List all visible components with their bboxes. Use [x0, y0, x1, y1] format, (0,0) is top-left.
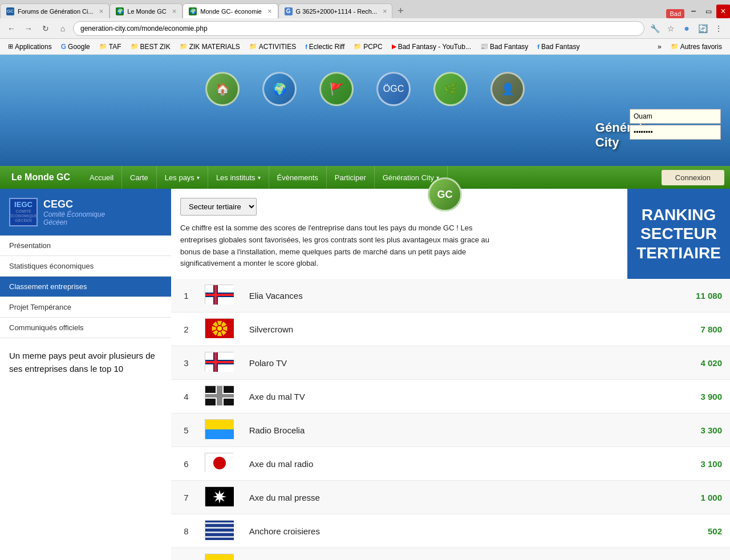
company-name: Elia Vacances	[241, 279, 574, 313]
sidebar: IEGC COMITÉÉCONOMIQUEGÉCÉEN CEGC Comité …	[0, 189, 171, 560]
tab-close-economie[interactable]: ×	[267, 7, 272, 15]
nav-bar: Le Monde GC Accueil Carte Les pays ▾ Les…	[0, 166, 730, 189]
country-flag	[205, 352, 233, 371]
country-flag	[205, 554, 233, 560]
bm-bad-fantasy-fb-label: Bad Fantasy	[541, 43, 579, 51]
tab-economie[interactable]: 🌍 Monde GC- économie ×	[182, 3, 278, 18]
menu-button[interactable]: ⋮	[712, 22, 725, 35]
tab-close-forums[interactable]: ×	[99, 7, 104, 15]
tab-label-monde: Le Monde GC	[127, 8, 166, 15]
table-row: 5 Radio Brocelia 3 300	[171, 413, 730, 447]
password-input[interactable]	[630, 125, 721, 140]
company-name: Axe du mal TV	[241, 380, 574, 413]
sector-dropdown[interactable]: Secteur tertiaire	[180, 198, 257, 216]
site-brand: Le Monde GC	[0, 172, 82, 182]
table-row: 8 Anchore croisieres 502	[171, 514, 730, 548]
company-score: 3 100	[574, 447, 730, 481]
nav-login-button[interactable]: Connexion	[662, 170, 724, 185]
flag-cell	[197, 279, 241, 313]
nav-pays-chevron: ▾	[197, 175, 200, 181]
sidebar-org-info: CEGC Comité ÉconomiqueGécéen	[43, 198, 105, 226]
bm-best-zik[interactable]: 📁 BEST ZIK	[127, 42, 174, 52]
restore-button[interactable]: ▭	[701, 5, 715, 18]
country-flag	[205, 318, 233, 338]
minimize-button[interactable]: −	[687, 5, 700, 18]
bm-eclectic-riff[interactable]: f Eclectic Riff	[302, 42, 348, 52]
news-icon: 📰	[480, 43, 488, 50]
sync-button[interactable]: 🔄	[696, 22, 709, 35]
nav-pays-label: Les pays	[165, 173, 194, 182]
home-button[interactable]: ⌂	[56, 22, 70, 35]
ranking-main: Secteur tertiaire Ce chiffre est la somm…	[171, 189, 627, 279]
rank-number: 7	[171, 481, 197, 514]
header-icons-row: 🏠 🌍 🚩 ÖGC 🌿 👤	[205, 72, 525, 106]
bookmarks-more-button[interactable]: »	[654, 42, 665, 52]
svg-rect-33	[205, 522, 234, 524]
tab-monde-gc[interactable]: 🌍 Le Monde GC ×	[110, 3, 182, 18]
company-name: Axe du mal presse	[241, 481, 574, 514]
extensions-button[interactable]: 🔧	[648, 22, 662, 35]
table-row: 1 Elia Vacances 11 080	[171, 279, 730, 313]
bookmark-button[interactable]: ☆	[664, 22, 678, 35]
nav-accueil[interactable]: Accueil	[82, 166, 122, 189]
tab-label-economie: Monde GC- économie	[200, 8, 262, 15]
bm-taf[interactable]: 📁 TAF	[96, 42, 125, 52]
svg-rect-36	[205, 536, 234, 538]
new-tab-button[interactable]: +	[392, 3, 409, 18]
company-score: 502	[574, 514, 730, 548]
reload-button[interactable]: ↻	[39, 22, 52, 35]
sidebar-item-temperance[interactable]: Projet Tempérance	[0, 297, 171, 318]
bm-zik-materials[interactable]: 📁 ZIK MATERIALS	[176, 42, 244, 52]
browser-nav-bar: ← → ↻ ⌂ 🔧 ☆ ● 🔄 ⋮	[0, 18, 730, 39]
tab-search[interactable]: G G 3625+2000+1114 - Rech... ×	[278, 3, 392, 18]
company-score: 7 800	[574, 313, 730, 346]
close-button[interactable]: ×	[716, 5, 730, 18]
profile-button[interactable]: ●	[680, 22, 694, 35]
bm-bad-fantasy-fb[interactable]: f Bad Fantasy	[534, 42, 583, 52]
nav-evenements[interactable]: Évènements	[269, 166, 327, 189]
nav-accueil-label: Accueil	[90, 173, 113, 182]
nav-carte[interactable]: Carte	[122, 166, 157, 189]
forward-button[interactable]: →	[22, 22, 35, 35]
ranking-description: Ce chiffre est la somme des scores de l'…	[180, 222, 500, 270]
nav-instituts-chevron: ▾	[258, 175, 261, 181]
sidebar-item-statistiques[interactable]: Statistiques économiques	[0, 256, 171, 277]
bm-activities[interactable]: 📁 ACTIVITIES	[246, 42, 299, 52]
country-flag	[205, 419, 233, 439]
bm-bad-fantasy-yt[interactable]: ▶ Bad Fantasy - YouTub...	[388, 42, 474, 52]
sidebar-org-name: CEGC	[43, 198, 105, 210]
address-bar[interactable]	[73, 21, 644, 36]
tab-close-monde[interactable]: ×	[172, 7, 177, 15]
apps-icon: ⊞	[8, 43, 13, 50]
bm-google[interactable]: G Google	[58, 42, 94, 52]
bm-applications[interactable]: ⊞ Applications	[5, 42, 55, 52]
sidebar-item-presentation[interactable]: Présentation	[0, 236, 171, 256]
tab-close-search[interactable]: ×	[383, 7, 387, 15]
header-icon-accueil[interactable]: 🏠	[205, 72, 240, 106]
facebook-icon-badfantasy: f	[537, 43, 540, 50]
tab-label-search: G 3625+2000+1114 - Rech...	[296, 8, 378, 15]
tab-forums[interactable]: GC Forums de Génération Ci... ×	[0, 3, 110, 18]
rank-number: 6	[171, 447, 197, 481]
sidebar-item-classement[interactable]: Classement entreprises	[0, 277, 171, 297]
header-icon-carte[interactable]: 🌍	[262, 72, 297, 106]
bm-autres-favoris[interactable]: 📁 Autres favoris	[667, 42, 725, 52]
svg-rect-25	[205, 394, 234, 397]
nav-instituts[interactable]: Les instituts ▾	[208, 166, 269, 189]
header-icon-instituts[interactable]: ÖGC	[376, 72, 411, 106]
header-icon-participer[interactable]: 👤	[490, 72, 525, 106]
bm-bad-fantasy-news[interactable]: 📰 Bad Fantasy	[477, 42, 532, 52]
folder-icon-autres: 📁	[671, 43, 679, 50]
bm-pcpc[interactable]: 📁 PCPC	[350, 42, 386, 52]
back-button[interactable]: ←	[5, 22, 18, 35]
site-header: 🏠 🌍 🚩 ÖGC 🌿 👤 GC GénérationCity	[0, 55, 730, 166]
header-icon-pays[interactable]: 🚩	[319, 72, 354, 106]
company-name: Gazette du brocelia	[241, 548, 574, 560]
nav-generation-city-label: Génération City	[383, 173, 434, 182]
nav-participer[interactable]: Participer	[327, 166, 375, 189]
nav-pays[interactable]: Les pays ▾	[157, 166, 208, 189]
sidebar-item-communiques[interactable]: Communiqués officiels	[0, 318, 171, 338]
tab-icon-monde: 🌍	[116, 7, 124, 15]
header-icon-evenements[interactable]: 🌿	[433, 72, 468, 106]
username-input[interactable]	[630, 109, 721, 124]
